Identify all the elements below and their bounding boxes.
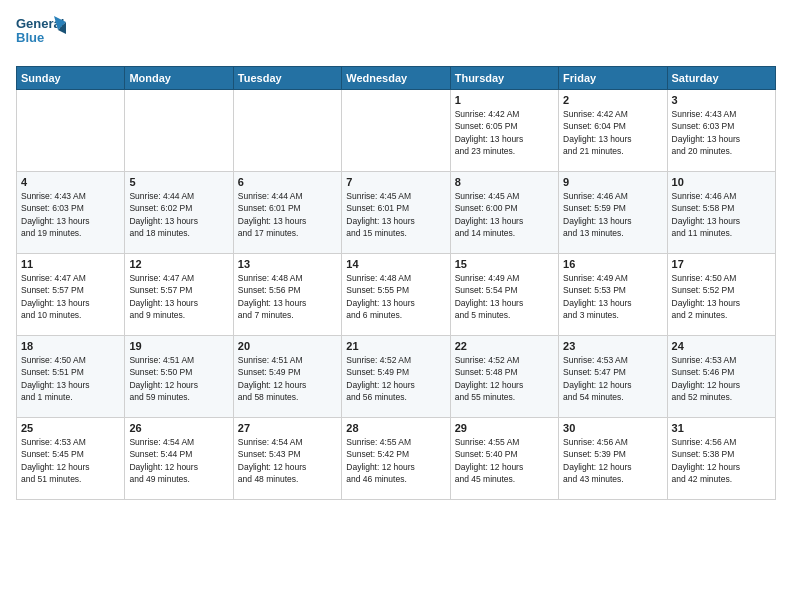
calendar-cell: 7Sunrise: 4:45 AMSunset: 6:01 PMDaylight… — [342, 172, 450, 254]
calendar-cell: 1Sunrise: 4:42 AMSunset: 6:05 PMDaylight… — [450, 90, 558, 172]
day-info: Sunrise: 4:49 AMSunset: 5:54 PMDaylight:… — [455, 272, 554, 321]
calendar-cell: 3Sunrise: 4:43 AMSunset: 6:03 PMDaylight… — [667, 90, 775, 172]
day-info: Sunrise: 4:48 AMSunset: 5:55 PMDaylight:… — [346, 272, 445, 321]
day-info: Sunrise: 4:46 AMSunset: 5:58 PMDaylight:… — [672, 190, 771, 239]
day-number: 10 — [672, 176, 771, 188]
day-number: 13 — [238, 258, 337, 270]
calendar-cell: 20Sunrise: 4:51 AMSunset: 5:49 PMDayligh… — [233, 336, 341, 418]
calendar-week-3: 11Sunrise: 4:47 AMSunset: 5:57 PMDayligh… — [17, 254, 776, 336]
calendar-cell: 28Sunrise: 4:55 AMSunset: 5:42 PMDayligh… — [342, 418, 450, 500]
day-info: Sunrise: 4:47 AMSunset: 5:57 PMDaylight:… — [21, 272, 120, 321]
column-header-monday: Monday — [125, 67, 233, 90]
day-number: 5 — [129, 176, 228, 188]
day-info: Sunrise: 4:43 AMSunset: 6:03 PMDaylight:… — [21, 190, 120, 239]
column-header-sunday: Sunday — [17, 67, 125, 90]
day-info: Sunrise: 4:42 AMSunset: 6:04 PMDaylight:… — [563, 108, 662, 157]
day-number: 17 — [672, 258, 771, 270]
day-number: 7 — [346, 176, 445, 188]
header-row: SundayMondayTuesdayWednesdayThursdayFrid… — [17, 67, 776, 90]
calendar-cell: 4Sunrise: 4:43 AMSunset: 6:03 PMDaylight… — [17, 172, 125, 254]
calendar-cell: 13Sunrise: 4:48 AMSunset: 5:56 PMDayligh… — [233, 254, 341, 336]
calendar-cell — [125, 90, 233, 172]
calendar-week-5: 25Sunrise: 4:53 AMSunset: 5:45 PMDayligh… — [17, 418, 776, 500]
calendar-table: SundayMondayTuesdayWednesdayThursdayFrid… — [16, 66, 776, 500]
day-number: 12 — [129, 258, 228, 270]
day-info: Sunrise: 4:54 AMSunset: 5:44 PMDaylight:… — [129, 436, 228, 485]
calendar-cell: 12Sunrise: 4:47 AMSunset: 5:57 PMDayligh… — [125, 254, 233, 336]
calendar-cell: 10Sunrise: 4:46 AMSunset: 5:58 PMDayligh… — [667, 172, 775, 254]
day-number: 28 — [346, 422, 445, 434]
calendar-cell: 24Sunrise: 4:53 AMSunset: 5:46 PMDayligh… — [667, 336, 775, 418]
day-info: Sunrise: 4:50 AMSunset: 5:52 PMDaylight:… — [672, 272, 771, 321]
calendar-cell: 26Sunrise: 4:54 AMSunset: 5:44 PMDayligh… — [125, 418, 233, 500]
calendar-cell: 21Sunrise: 4:52 AMSunset: 5:49 PMDayligh… — [342, 336, 450, 418]
day-info: Sunrise: 4:53 AMSunset: 5:46 PMDaylight:… — [672, 354, 771, 403]
calendar-cell: 14Sunrise: 4:48 AMSunset: 5:55 PMDayligh… — [342, 254, 450, 336]
day-info: Sunrise: 4:45 AMSunset: 6:00 PMDaylight:… — [455, 190, 554, 239]
day-number: 23 — [563, 340, 662, 352]
calendar-cell: 8Sunrise: 4:45 AMSunset: 6:00 PMDaylight… — [450, 172, 558, 254]
day-number: 2 — [563, 94, 662, 106]
calendar-week-1: 1Sunrise: 4:42 AMSunset: 6:05 PMDaylight… — [17, 90, 776, 172]
day-number: 19 — [129, 340, 228, 352]
column-header-thursday: Thursday — [450, 67, 558, 90]
day-info: Sunrise: 4:53 AMSunset: 5:47 PMDaylight:… — [563, 354, 662, 403]
calendar-week-4: 18Sunrise: 4:50 AMSunset: 5:51 PMDayligh… — [17, 336, 776, 418]
calendar-cell: 22Sunrise: 4:52 AMSunset: 5:48 PMDayligh… — [450, 336, 558, 418]
calendar-cell: 23Sunrise: 4:53 AMSunset: 5:47 PMDayligh… — [559, 336, 667, 418]
day-info: Sunrise: 4:54 AMSunset: 5:43 PMDaylight:… — [238, 436, 337, 485]
day-number: 31 — [672, 422, 771, 434]
calendar-cell: 9Sunrise: 4:46 AMSunset: 5:59 PMDaylight… — [559, 172, 667, 254]
calendar-cell: 16Sunrise: 4:49 AMSunset: 5:53 PMDayligh… — [559, 254, 667, 336]
day-number: 16 — [563, 258, 662, 270]
day-info: Sunrise: 4:48 AMSunset: 5:56 PMDaylight:… — [238, 272, 337, 321]
day-number: 3 — [672, 94, 771, 106]
day-number: 30 — [563, 422, 662, 434]
day-number: 27 — [238, 422, 337, 434]
day-info: Sunrise: 4:49 AMSunset: 5:53 PMDaylight:… — [563, 272, 662, 321]
day-number: 1 — [455, 94, 554, 106]
day-number: 8 — [455, 176, 554, 188]
calendar-cell: 15Sunrise: 4:49 AMSunset: 5:54 PMDayligh… — [450, 254, 558, 336]
calendar-week-2: 4Sunrise: 4:43 AMSunset: 6:03 PMDaylight… — [17, 172, 776, 254]
day-number: 9 — [563, 176, 662, 188]
column-header-wednesday: Wednesday — [342, 67, 450, 90]
calendar-cell: 30Sunrise: 4:56 AMSunset: 5:39 PMDayligh… — [559, 418, 667, 500]
logo-icon: General Blue — [16, 12, 66, 54]
header: General Blue — [16, 12, 776, 58]
day-info: Sunrise: 4:52 AMSunset: 5:48 PMDaylight:… — [455, 354, 554, 403]
day-info: Sunrise: 4:51 AMSunset: 5:50 PMDaylight:… — [129, 354, 228, 403]
day-info: Sunrise: 4:43 AMSunset: 6:03 PMDaylight:… — [672, 108, 771, 157]
day-info: Sunrise: 4:42 AMSunset: 6:05 PMDaylight:… — [455, 108, 554, 157]
calendar-cell: 11Sunrise: 4:47 AMSunset: 5:57 PMDayligh… — [17, 254, 125, 336]
column-header-tuesday: Tuesday — [233, 67, 341, 90]
day-info: Sunrise: 4:50 AMSunset: 5:51 PMDaylight:… — [21, 354, 120, 403]
day-number: 25 — [21, 422, 120, 434]
day-info: Sunrise: 4:55 AMSunset: 5:40 PMDaylight:… — [455, 436, 554, 485]
day-number: 26 — [129, 422, 228, 434]
day-number: 21 — [346, 340, 445, 352]
day-number: 14 — [346, 258, 445, 270]
day-info: Sunrise: 4:44 AMSunset: 6:02 PMDaylight:… — [129, 190, 228, 239]
day-info: Sunrise: 4:45 AMSunset: 6:01 PMDaylight:… — [346, 190, 445, 239]
calendar-cell: 19Sunrise: 4:51 AMSunset: 5:50 PMDayligh… — [125, 336, 233, 418]
calendar-cell: 6Sunrise: 4:44 AMSunset: 6:01 PMDaylight… — [233, 172, 341, 254]
day-number: 4 — [21, 176, 120, 188]
day-number: 22 — [455, 340, 554, 352]
day-info: Sunrise: 4:55 AMSunset: 5:42 PMDaylight:… — [346, 436, 445, 485]
day-info: Sunrise: 4:46 AMSunset: 5:59 PMDaylight:… — [563, 190, 662, 239]
column-header-saturday: Saturday — [667, 67, 775, 90]
logo: General Blue — [16, 12, 66, 58]
page-container: General Blue SundayMondayTuesdayWednesda… — [0, 0, 792, 508]
day-info: Sunrise: 4:52 AMSunset: 5:49 PMDaylight:… — [346, 354, 445, 403]
calendar-cell — [233, 90, 341, 172]
calendar-cell: 25Sunrise: 4:53 AMSunset: 5:45 PMDayligh… — [17, 418, 125, 500]
day-info: Sunrise: 4:51 AMSunset: 5:49 PMDaylight:… — [238, 354, 337, 403]
calendar-cell: 29Sunrise: 4:55 AMSunset: 5:40 PMDayligh… — [450, 418, 558, 500]
svg-text:Blue: Blue — [16, 30, 44, 45]
column-header-friday: Friday — [559, 67, 667, 90]
day-number: 15 — [455, 258, 554, 270]
calendar-cell: 18Sunrise: 4:50 AMSunset: 5:51 PMDayligh… — [17, 336, 125, 418]
calendar-cell — [342, 90, 450, 172]
day-info: Sunrise: 4:56 AMSunset: 5:38 PMDaylight:… — [672, 436, 771, 485]
